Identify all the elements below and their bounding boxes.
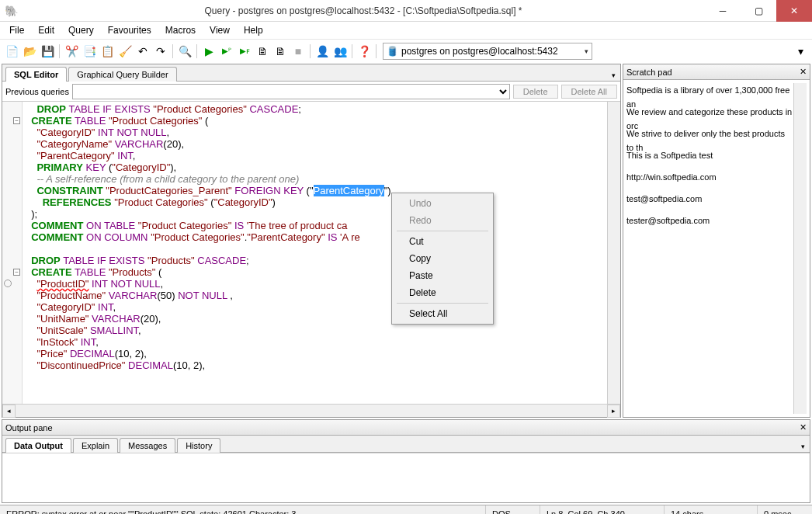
vertical-scrollbar[interactable] (793, 83, 807, 414)
ctx-paste[interactable]: Paste (394, 267, 491, 284)
scratch-line: This is a Softpedia test (626, 148, 793, 159)
cancel-icon[interactable]: ■ (290, 43, 307, 60)
code-line[interactable]: "InStock" INT, (26, 336, 604, 348)
code-line[interactable]: COMMENT ON COLUMN "Product Categories"."… (26, 231, 604, 243)
ctx-cut[interactable]: Cut (394, 233, 491, 250)
execute-file-icon[interactable]: ▶ꜰ (236, 43, 253, 60)
open-icon[interactable]: 📂 (21, 43, 38, 60)
fold-icon[interactable]: − (13, 117, 20, 124)
tab-graphical-query-builder[interactable]: Graphical Query Builder (68, 67, 176, 82)
statusbar: ERROR: syntax error at or near ""Product… (0, 505, 812, 514)
menu-view[interactable]: View (203, 23, 236, 37)
close-icon[interactable]: ✕ (800, 67, 807, 77)
scroll-right-icon[interactable]: ▸ (607, 405, 620, 418)
save-icon[interactable]: 💾 (39, 43, 56, 60)
output-pane-header: Output pane ✕ (2, 420, 810, 436)
code-line[interactable]: "Price" DECIMAL(10, 2), (26, 348, 604, 359)
tabs-menu-icon[interactable]: ▾ (800, 441, 807, 452)
close-icon[interactable]: ✕ (800, 422, 807, 432)
status-eol: DOS (486, 505, 540, 514)
minimize-button[interactable]: ─ (705, 0, 741, 22)
tab-menu-icon[interactable]: ▾ (792, 43, 809, 60)
code-line[interactable]: "UnitScale" SMALLINT, (26, 325, 604, 336)
menubar: FileEditQueryFavouritesMacrosViewHelp (0, 22, 812, 39)
code-line[interactable]: "ProductID" INT NOT NULL, (26, 278, 604, 290)
tab-sql-editor[interactable]: SQL Editor (5, 67, 67, 82)
status-time: 0 msec (758, 505, 812, 514)
status-position: Ln 8, Col 69, Ch 340 (540, 505, 665, 514)
previous-queries-combo[interactable] (72, 84, 510, 99)
scratch-line (626, 203, 793, 214)
toolbar: 📄 📂 💾 ✂️ 📑 📋 🧹 ↶ ↷ 🔍 ▶ ▶ᴾ ▶ꜰ 🗎 🗎 ■ 👤 👥 ❓… (0, 39, 812, 62)
code-line[interactable]: -- A self-reference (from a child catego… (26, 173, 604, 185)
delete-button[interactable]: Delete (513, 85, 558, 99)
new-icon[interactable]: 📄 (3, 43, 20, 60)
code-line[interactable]: REFERENCES "Product Categories" ("Catego… (26, 196, 604, 208)
ctx-copy[interactable]: Copy (394, 250, 491, 267)
menu-query[interactable]: Query (62, 23, 100, 37)
code-line[interactable]: "UnitName" VARCHAR(20), (26, 313, 604, 325)
commit-icon[interactable]: 👤 (314, 43, 331, 60)
sql-editor[interactable]: −− DROP TABLE IF EXISTS "Product Categor… (2, 102, 620, 404)
code-line[interactable]: ); (26, 208, 604, 220)
close-button[interactable]: ✕ (776, 0, 812, 22)
tab-explain[interactable]: Explain (73, 438, 118, 453)
tab-history[interactable]: History (177, 438, 220, 453)
output-body (2, 453, 810, 502)
menu-help[interactable]: Help (238, 23, 269, 37)
window-title: Query - postgres on postgres@localhost:5… (22, 5, 705, 16)
code-line[interactable]: "ParentCategory" INT, (26, 150, 604, 161)
redo-icon[interactable]: ↷ (152, 43, 169, 60)
menu-favourites[interactable]: Favourites (102, 23, 158, 37)
ctx-undo: Undo (394, 195, 491, 212)
code-line[interactable]: CREATE TABLE "Products" ( (26, 266, 604, 278)
scratch-line (626, 137, 793, 148)
scratchpad-body[interactable]: Softpedia is a library of over 1,300,000… (623, 80, 810, 417)
code-line[interactable]: CONSTRAINT "ProductCategories_Parent" FO… (26, 185, 604, 196)
rollback-icon[interactable]: 👥 (331, 43, 349, 60)
code-line[interactable]: DROP TABLE IF EXISTS "Products" CASCADE; (26, 255, 604, 266)
code-line[interactable]: "CategoryID" INT NOT NULL, (26, 127, 604, 138)
tab-messages[interactable]: Messages (120, 438, 175, 453)
code-line[interactable]: PRIMARY KEY ("CategoryID"), (26, 161, 604, 173)
execute-pg-icon[interactable]: ▶ᴾ (218, 43, 235, 60)
code-line[interactable] (26, 243, 604, 255)
menu-file[interactable]: File (3, 23, 30, 37)
delete-all-button[interactable]: Delete All (561, 85, 617, 99)
undo-icon[interactable]: ↶ (134, 43, 151, 60)
cut-icon[interactable]: ✂️ (63, 43, 80, 60)
code-line[interactable]: DROP TABLE IF EXISTS "Product Categories… (26, 103, 604, 115)
code-line[interactable]: COMMENT ON TABLE "Product Categories" IS… (26, 220, 604, 231)
tab-data-output[interactable]: Data Output (5, 438, 71, 453)
menu-macros[interactable]: Macros (159, 23, 202, 37)
status-error: ERROR: syntax error at or near ""Product… (0, 505, 486, 514)
fold-icon[interactable]: − (13, 269, 20, 276)
ctx-select-all[interactable]: Select All (394, 305, 491, 322)
explain-analyze-icon[interactable]: 🗎 (272, 43, 289, 60)
execute-icon[interactable]: ▶ (200, 43, 217, 60)
tabs-menu-icon[interactable]: ▾ (610, 70, 617, 81)
ctx-delete[interactable]: Delete (394, 284, 491, 301)
code-line[interactable]: "ProductName" VARCHAR(50) NOT NULL , (26, 290, 604, 301)
menu-edit[interactable]: Edit (32, 23, 61, 37)
maximize-button[interactable]: ▢ (741, 0, 776, 22)
connection-combo[interactable]: 🛢️postgres on postgres@localhost:5432 (383, 43, 592, 60)
clear-icon[interactable]: 🧹 (116, 43, 134, 60)
help-icon[interactable]: ❓ (356, 43, 373, 60)
scratch-line (626, 94, 793, 105)
database-icon: 🛢️ (387, 46, 398, 57)
scratch-line (626, 181, 793, 192)
vertical-scrollbar[interactable] (607, 102, 620, 404)
copy-icon[interactable]: 📑 (81, 43, 98, 60)
code-line[interactable]: CREATE TABLE "Product Categories" ( (26, 115, 604, 127)
code-line[interactable]: "DiscontinuedPrice" DECIMAL(10, 2), (26, 359, 604, 371)
output-pane-title: Output pane (5, 423, 53, 432)
horizontal-scrollbar[interactable]: ◂ ▸ (2, 404, 620, 417)
scratch-line: http://win.softpedia.com (626, 170, 793, 181)
code-line[interactable]: "CategoryID" INT, (26, 301, 604, 313)
code-line[interactable]: "CategoryName" VARCHAR(20), (26, 138, 604, 150)
find-icon[interactable]: 🔍 (176, 43, 193, 60)
explain-icon[interactable]: 🗎 (254, 43, 271, 60)
paste-icon[interactable]: 📋 (99, 43, 116, 60)
scroll-left-icon[interactable]: ◂ (2, 405, 16, 418)
